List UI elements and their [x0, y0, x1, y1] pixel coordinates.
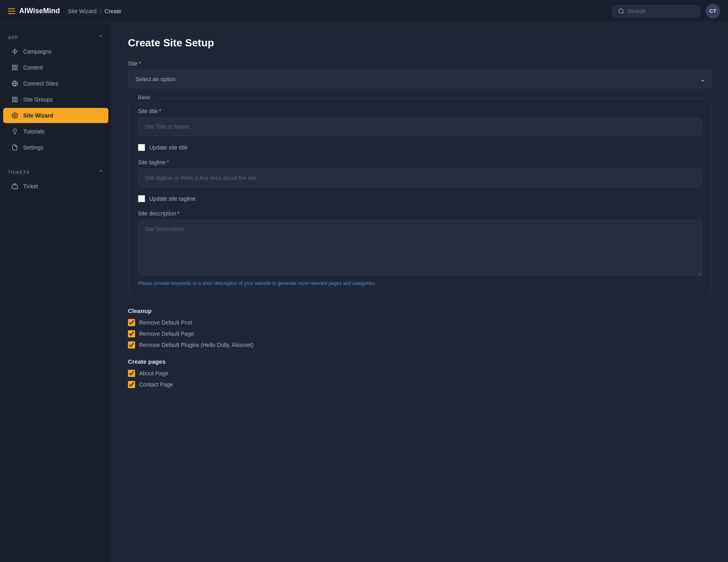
cleanup-section-title: Cleanup: [128, 307, 712, 314]
search-bar[interactable]: [612, 5, 700, 17]
create-pages-section: Create pages About Page Contact Page: [128, 358, 712, 388]
contact-page-checkbox[interactable]: [128, 381, 135, 388]
hamburger-menu-icon[interactable]: [8, 8, 15, 14]
contact-page-label[interactable]: Contact Page: [139, 381, 173, 388]
svg-rect-6: [15, 68, 17, 70]
app-logo: AIWiseMind: [8, 7, 60, 15]
site-description-textarea[interactable]: [138, 220, 702, 276]
update-site-title-row: Update site title: [138, 144, 702, 151]
update-site-title-label[interactable]: Update site title: [149, 144, 188, 151]
remove-default-page-label[interactable]: Remove Default Page: [139, 331, 194, 337]
remove-default-post-label[interactable]: Remove Default Post: [139, 319, 192, 326]
svg-rect-9: [12, 97, 14, 99]
sidebar-item-connect-sites-label: Connect Sites: [23, 80, 58, 87]
bulb-icon: [11, 128, 18, 135]
update-site-tagline-label[interactable]: Update site tagline: [149, 195, 195, 202]
grid-icon: [11, 96, 18, 103]
avatar[interactable]: CT: [706, 4, 720, 18]
search-input[interactable]: [628, 8, 694, 14]
sidebar-item-tutorials-label: Tutorials: [23, 128, 44, 135]
update-site-title-checkbox[interactable]: [138, 144, 145, 151]
svg-marker-2: [12, 49, 17, 54]
breadcrumb-parent[interactable]: Site Wizard: [68, 8, 97, 14]
remove-default-plugins-checkbox[interactable]: [128, 341, 135, 349]
svg-rect-16: [12, 185, 17, 189]
site-field-label: Site *: [128, 60, 712, 67]
site-tagline-input[interactable]: [138, 169, 702, 187]
remove-default-page-checkbox[interactable]: [128, 330, 135, 337]
site-description-label: Site description *: [138, 210, 702, 217]
sidebar-item-settings-label: Settings: [23, 144, 44, 151]
cleanup-item-0: Remove Default Post: [128, 319, 712, 326]
app-name: AIWiseMind: [19, 7, 60, 15]
site-select-wrapper: Select an option ⌄: [128, 70, 712, 88]
update-site-tagline-row: Update site tagline: [138, 195, 702, 202]
basic-section-card: Basic Site title * Update site title Sit…: [128, 98, 712, 296]
svg-rect-10: [15, 97, 17, 99]
breadcrumb-separator: /: [100, 8, 101, 14]
sidebar-item-connect-sites[interactable]: Connect Sites: [3, 76, 108, 91]
sidebar-divider: [6, 160, 105, 160]
chevron-up-tickets-icon: ⌃: [98, 169, 104, 175]
update-site-tagline-checkbox[interactable]: [138, 195, 145, 202]
doc-icon: [11, 144, 18, 151]
sidebar-item-site-wizard-label: Site Wizard: [23, 112, 53, 119]
page-title: Create Site Setup: [128, 37, 712, 49]
site-description-hint: Please provide keywords or a short descr…: [138, 281, 702, 286]
site-title-group: Site title *: [138, 108, 702, 136]
sidebar-item-campaigns[interactable]: Campaigns: [3, 44, 108, 59]
sidebar-section-tickets: TICKETS ⌃: [0, 165, 112, 178]
sidebar-item-campaigns-label: Campaigns: [23, 48, 52, 55]
site-description-group: Site description * Please provide keywor…: [138, 210, 702, 286]
svg-line-1: [622, 12, 624, 14]
top-nav-right: CT: [612, 4, 720, 18]
sidebar-item-site-groups-label: Site Groups: [23, 96, 53, 103]
cleanup-item-1: Remove Default Page: [128, 330, 712, 337]
svg-rect-12: [15, 100, 17, 102]
remove-default-plugins-label[interactable]: Remove Default Plugins (Hello Dolly, Aki…: [139, 342, 253, 348]
site-field-group: Site * Select an option ⌄: [128, 60, 712, 88]
lightning-icon: [11, 48, 18, 55]
chevron-up-icon: ⌃: [98, 34, 104, 41]
ticket-icon: [11, 183, 18, 190]
site-title-label: Site title *: [138, 108, 702, 114]
sidebar-item-content-label: Content: [23, 64, 43, 71]
svg-rect-11: [12, 100, 14, 102]
sidebar-item-site-wizard[interactable]: Site Wizard: [3, 108, 108, 123]
svg-rect-4: [15, 65, 17, 67]
sidebar-item-ticket-label: Ticket: [23, 183, 38, 189]
about-page-checkbox[interactable]: [128, 370, 135, 377]
search-icon: [618, 8, 624, 14]
breadcrumb: Site Wizard / Create: [68, 8, 604, 14]
sidebar: APP ⌃ Campaigns Content: [0, 22, 112, 562]
sidebar-item-ticket[interactable]: Ticket: [3, 179, 108, 194]
about-page-label[interactable]: About Page: [139, 370, 168, 377]
create-pages-item-1: Contact Page: [128, 381, 712, 388]
gear-icon: [11, 112, 18, 119]
globe-icon: [11, 80, 18, 87]
remove-default-post-checkbox[interactable]: [128, 319, 135, 326]
site-tagline-group: Site tagline *: [138, 159, 702, 187]
create-pages-section-title: Create pages: [128, 358, 712, 365]
site-tagline-label: Site tagline *: [138, 159, 702, 165]
basic-section-label: Basic: [135, 94, 154, 100]
create-pages-item-0: About Page: [128, 370, 712, 377]
sidebar-item-settings[interactable]: Settings: [3, 140, 108, 155]
sidebar-item-site-groups[interactable]: Site Groups: [3, 92, 108, 107]
main-content: Create Site Setup Site * Select an optio…: [112, 22, 728, 562]
breadcrumb-current: Create: [104, 8, 121, 14]
main-layout: APP ⌃ Campaigns Content: [0, 22, 728, 562]
svg-rect-3: [12, 65, 14, 67]
sidebar-section-app: APP ⌃: [0, 30, 112, 43]
svg-rect-5: [12, 68, 14, 70]
site-select[interactable]: Select an option: [128, 70, 712, 88]
top-navigation: AIWiseMind Site Wizard / Create CT: [0, 0, 728, 22]
sidebar-item-content[interactable]: Content: [3, 60, 108, 75]
svg-point-13: [14, 115, 16, 116]
site-title-input[interactable]: [138, 118, 702, 136]
cleanup-section: Cleanup Remove Default Post Remove Defau…: [128, 307, 712, 349]
cleanup-item-2: Remove Default Plugins (Hello Dolly, Aki…: [128, 341, 712, 349]
sidebar-item-tutorials[interactable]: Tutorials: [3, 124, 108, 139]
box-icon: [11, 64, 18, 71]
site-required-indicator: *: [139, 60, 141, 67]
